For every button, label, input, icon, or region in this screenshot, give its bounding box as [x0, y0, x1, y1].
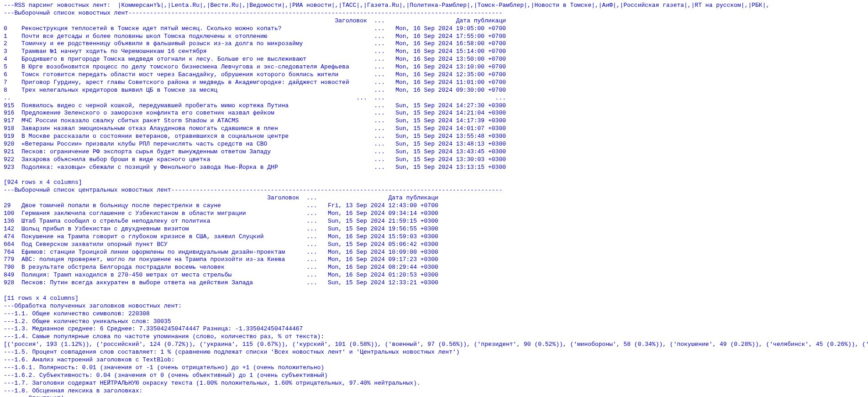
console-output: ---RSS парсинг новостных лент: |Коммерса…: [4, 2, 864, 397]
